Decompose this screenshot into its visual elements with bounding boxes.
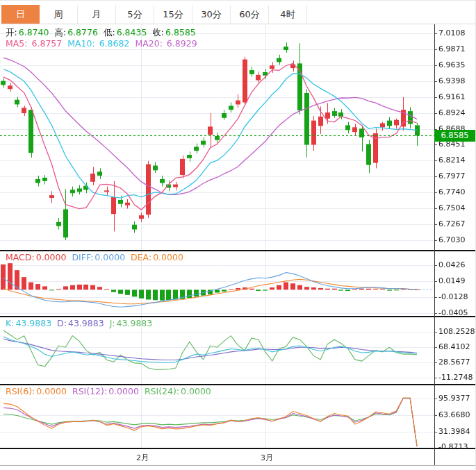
dea-value: 0.0000: [153, 252, 183, 262]
k-value: 43.9883: [15, 318, 51, 328]
rsi-axis-label: 95.9377: [438, 394, 475, 403]
xaxis-label-feb: 2月: [136, 453, 149, 463]
price-axis-label: 6.7267: [438, 220, 475, 228]
kdj-legend: K:43.9883 D:43.9883 J:43.9883: [6, 318, 155, 328]
rsi24-label: RSI(24):: [145, 386, 179, 396]
kdj-axis-label: 108.2528: [438, 328, 475, 336]
high-value: 6.8776: [67, 27, 98, 37]
ma-legend: MA5: 6.8757 MA10: 6.8682 MA20: 6.8929: [6, 38, 200, 49]
macd-label: MACD:: [6, 252, 35, 262]
macd-value: 0.0000: [36, 252, 67, 262]
open-value: 6.8740: [19, 27, 49, 37]
ma20-value: 6.8929: [167, 38, 197, 49]
kdj-axis-label: -11.2748: [438, 374, 475, 382]
price-axis-label: 6.9635: [438, 61, 475, 69]
price-axis-label: 6.7977: [438, 172, 475, 181]
xaxis-label-mar: 3月: [261, 453, 273, 463]
close-label: 收:: [152, 27, 164, 37]
ma20-label: MA20:: [135, 38, 162, 49]
kdj-axis-label: 28.5677: [438, 358, 475, 367]
rsi-axis-label: -0.8713: [438, 443, 475, 451]
rsi-axis-label: 31.3984: [438, 428, 475, 436]
ma10-value: 6.8682: [99, 38, 130, 49]
price-axis-label: 6.7740: [438, 188, 475, 196]
rsi-axis-label: 63.6680: [438, 411, 475, 419]
j-value: 43.9883: [117, 318, 153, 328]
macd-axis-label: -0.0405: [438, 309, 475, 317]
rsi12-value: 0.0000: [108, 386, 139, 396]
price-axis-label: 6.8924: [438, 109, 475, 117]
d-value: 43.9883: [68, 318, 104, 328]
rsi24-value: 0.0000: [181, 386, 211, 396]
k-label: K:: [6, 318, 14, 328]
rsi12-label: RSI(12):: [72, 386, 107, 396]
macd-axis-label: 0.0426: [438, 261, 475, 269]
chart-canvas[interactable]: [0, 1, 476, 470]
macd-axis-label: 0.0149: [438, 277, 475, 285]
low-value: 6.8435: [117, 27, 147, 37]
chart-window: 日 周 月 5分 15分 30分 60分 4时 开:6.8740 高:6.877…: [0, 0, 476, 470]
price-axis-label: 6.8214: [438, 156, 475, 165]
price-axis-label: 7.0108: [438, 29, 475, 37]
rsi6-label: RSI(6):: [6, 386, 35, 396]
price-axis-label: 6.9161: [438, 93, 475, 101]
current-price-badge: 6.8585: [434, 130, 475, 142]
macd-axis-label: -0.0128: [438, 293, 475, 301]
price-axis-label: 6.7030: [438, 236, 475, 244]
open-label: 开:: [6, 27, 17, 37]
diff-value: 0.0000: [95, 252, 125, 262]
close-value: 6.8585: [165, 27, 196, 37]
price-axis-label: 6.9871: [438, 45, 475, 53]
kdj-axis-label: 68.4102: [438, 343, 475, 351]
d-label: D:: [57, 318, 67, 328]
price-axis-label: 6.7504: [438, 204, 475, 212]
j-label: J:: [110, 318, 115, 328]
ma5-label: MA5:: [6, 38, 28, 49]
dea-label: DEA:: [131, 252, 151, 262]
low-label: 低:: [104, 27, 115, 37]
ma10-label: MA10:: [67, 38, 95, 49]
diff-label: DIFF:: [72, 252, 93, 262]
rsi-legend: RSI(6):0.0000 RSI(12):0.0000 RSI(24):0.0…: [6, 386, 214, 396]
macd-legend: MACD:0.0000 DIFF:0.0000 DEA:0.0000: [6, 252, 186, 262]
price-axis-label: 6.9398: [438, 77, 475, 85]
high-label: 高:: [54, 27, 66, 37]
ma5-value: 6.8757: [32, 38, 63, 49]
ohlc-legend: 开:6.8740 高:6.8776 低:6.8435 收:6.8585: [6, 27, 199, 39]
rsi6-value: 0.0000: [36, 386, 67, 396]
